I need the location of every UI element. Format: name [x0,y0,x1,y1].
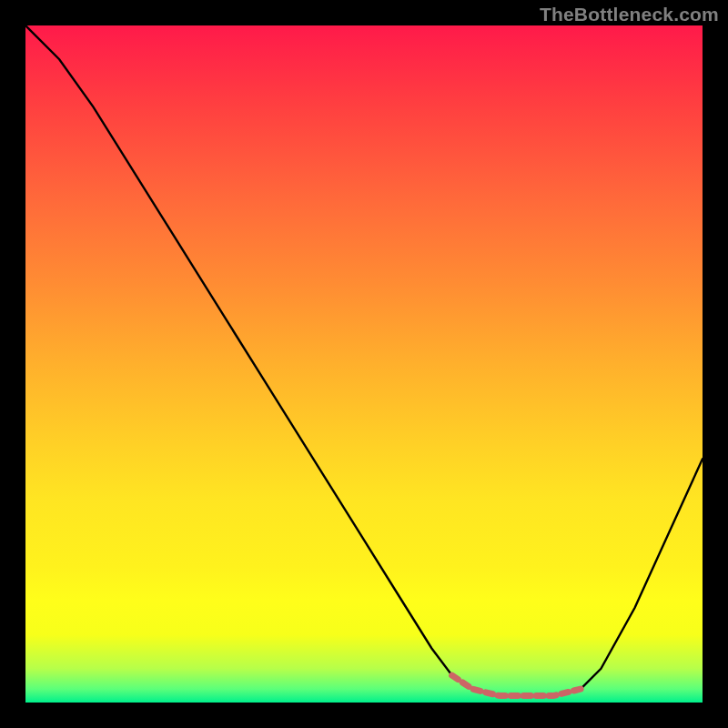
bottleneck-curve [25,25,703,696]
watermark-text: TheBottleneck.com [540,4,719,25]
curve-layer [25,25,703,703]
optimal-zone-marker [452,675,581,695]
chart-frame: TheBottleneck.com [0,0,728,728]
plot-area [25,25,703,703]
